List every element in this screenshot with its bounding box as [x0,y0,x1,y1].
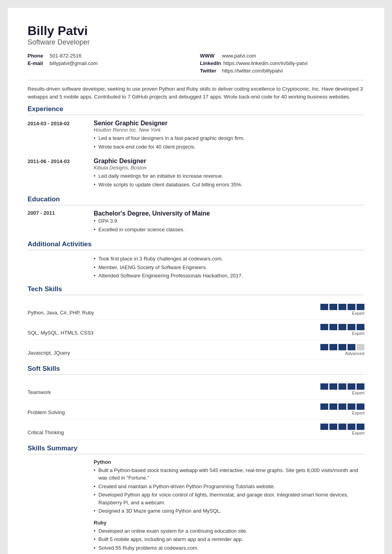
filled-bar [348,304,355,310]
skill-level: Expert [352,390,364,395]
candidate-name: Billy Patvi [28,24,364,38]
skills-summary-section-title: Skills Summary [28,444,364,454]
list-item: GPA 3.9 [94,217,364,225]
summary-skill-title: Ruby [94,520,364,526]
empty-bar [357,344,364,350]
experience-company: Kibula Designs, Boston [94,165,364,171]
experience-section-title: Experience [28,105,364,115]
education-degree: Bachelor's Degree, University of Maine [94,210,364,217]
filled-bar [348,344,355,350]
skill-name: Problem Solving [28,409,316,415]
filled-bar [338,304,346,310]
linkedin-value: https://www.linkedin.com/in/billy-patvi [223,60,307,66]
experience-job-title: Graphic Designer [94,158,364,165]
list-item: Developed an online exam system for a co… [94,527,364,535]
list-item: Excelled in computer science classes. [94,226,364,234]
skill-name: Teamwork [28,389,316,395]
filled-bar [348,403,355,410]
skill-row: SQL, MySQL, HTML5, CSS3Expert [28,320,364,340]
email-label: E-mail [28,60,47,66]
skill-level: Expert [352,331,364,336]
twitter-label: Twitter [200,68,220,74]
header: Billy Patvi Software Developer [28,24,364,46]
skills-summary-empty [28,459,91,554]
list-item: Led daily meetings for an initiative to … [94,172,364,180]
skill-bars [320,424,364,430]
activities-list: Took first place in 3 Ruby challenges at… [94,255,364,280]
list-item: Member, IAENG Society of Software Engine… [94,264,364,271]
phone-value: 501-872-2516 [50,53,81,59]
linkedin-label: LinkedIn [200,60,221,66]
contact-phone: Phone 501-872-2516 [28,53,192,59]
summary-skill-title: Python [94,459,364,465]
list-item: Contributed to 7 Ruby projects on GitHub… [94,552,364,554]
list-item: Solved 55 Ruby problems at codewars.com. [94,544,364,552]
www-value: www.patvi.com [222,53,256,59]
soft-skills-section-title: Soft Skills [28,365,364,375]
summary-skill-block: PythonBuilt a Python-based stock trackin… [94,459,364,515]
contact-twitter: Twitter https://twitter.com/billypatvi [200,68,364,74]
experience-dates: 2014-03 - 2018-02 [28,120,91,151]
tech-skills-container: Python, Java, C#, PHP, RubyExpertSQL, My… [28,300,364,360]
filled-bar [348,383,355,390]
soft-skills-container: TeamworkExpertProblem SolvingExpertCriti… [28,379,364,440]
list-item: Attended Software Engineering Profession… [94,272,364,280]
activities-section-title: Additional Activities [28,240,364,250]
summary-skill-block: RubyDeveloped an online exam system for … [94,520,364,554]
filled-bar [357,383,364,390]
filled-bar [320,403,328,410]
filled-bar [338,403,346,410]
tech-skills-section-title: Tech Skills [28,285,364,295]
list-item: Created and maintain a Python-driven Pyt… [94,483,364,491]
summary-text: Results-driven software developer, seeki… [28,80,364,100]
filled-bar [320,383,328,390]
summary-skill-bullets: Built a Python-based stock tracking weba… [94,467,364,515]
experience-dates: 2011-06 - 2014-03 [28,158,91,189]
filled-bar [338,344,346,350]
list-item: Built 5 mobile apps, including an alarm … [94,535,364,543]
filled-bar [357,304,364,310]
education-container: 2007 - 2011Bachelor's Degree, University… [28,210,364,234]
skill-row: Javascript, JQueryAdvanced [28,340,364,360]
experience-bullets: Led daily meetings for an initiative to … [94,172,364,188]
skill-right: Expert [320,424,364,435]
phone-label: Phone [28,53,47,59]
list-item: Wrote back-end code for 40 client projec… [94,143,364,151]
list-item: Designed a 3D Maze game using Python and… [94,507,364,515]
skill-level: Expert [352,311,364,316]
contact-grid: Phone 501-872-2516 WWW www.patvi.com E-m… [28,53,364,74]
education-item: 2007 - 2011Bachelor's Degree, University… [28,210,364,234]
skill-level: Advanced [345,351,364,356]
filled-bar [357,324,364,330]
skill-right: Expert [320,324,364,336]
skill-right: Expert [320,304,364,316]
skill-level: Expert [352,431,364,435]
summary-skill-bullets: Developed an online exam system for a co… [94,527,364,554]
skill-right: Expert [320,403,364,415]
education-bullets: GPA 3.9Excelled in computer science clas… [94,217,364,233]
filled-bar [338,383,346,390]
experience-content: Senior Graphic DesignerHoulton Renno Inc… [94,120,364,151]
filled-bar [329,424,337,430]
candidate-title: Software Developer [28,38,364,46]
education-section-title: Education [28,195,364,205]
experience-bullets: Led a team of four designers in a fast-p… [94,134,364,151]
filled-bar [338,324,346,330]
skill-row: Critical ThinkingExpert [28,420,364,440]
experience-item: 2014-03 - 2018-02Senior Graphic Designer… [28,120,364,151]
filled-bar [329,324,337,330]
list-item: Took first place in 3 Ruby challenges at… [94,255,364,263]
filled-bar [338,424,346,430]
filled-bar [320,324,328,330]
twitter-value: https://twitter.com/billypatvi [222,68,283,74]
list-item: Led a team of four designers in a fast-p… [94,134,364,142]
filled-bar [320,344,328,350]
filled-bar [357,424,364,430]
list-item: Wrote scripts to update client databases… [94,181,364,189]
skill-row: TeamworkExpert [28,379,364,400]
filled-bar [329,403,337,410]
skills-summary-right: PythonBuilt a Python-based stock trackin… [94,459,364,554]
skill-name: Critical Thinking [28,429,316,435]
contact-linkedin: LinkedIn https://www.linkedin.com/in/bil… [200,60,364,66]
filled-bar [357,403,364,410]
